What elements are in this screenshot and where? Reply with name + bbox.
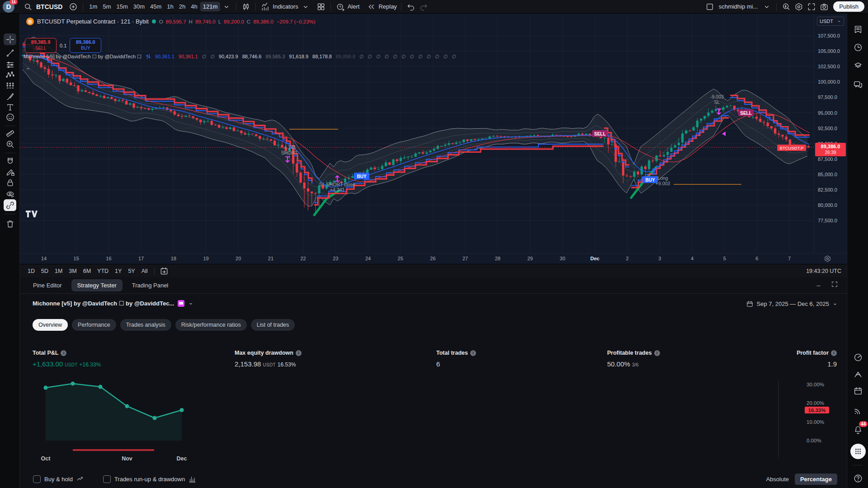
report-tab-risk-performance-ratios[interactable]: Risk/performance ratios bbox=[175, 319, 247, 331]
drawing-mode-tool[interactable] bbox=[4, 166, 16, 178]
sidebar-notifications-icon[interactable]: 44 bbox=[852, 424, 864, 436]
compare-add-icon[interactable] bbox=[67, 1, 80, 12]
interval-1m[interactable]: 1m bbox=[86, 2, 100, 11]
minimize-icon[interactable] bbox=[815, 280, 823, 290]
indicator-legend[interactable]: Michonne [v5] by @DavidTech ☐ by @Davidd… bbox=[24, 53, 456, 60]
indicator-templates-icon[interactable] bbox=[315, 1, 327, 12]
percentage-button[interactable]: Percentage bbox=[795, 474, 837, 485]
chart-style-icon[interactable] bbox=[240, 1, 252, 12]
forecast-tool[interactable] bbox=[4, 80, 16, 91]
sidebar-apps-icon[interactable] bbox=[850, 444, 866, 459]
sync-drawings-tool[interactable] bbox=[4, 199, 16, 211]
time-axis[interactable]: 1415161718192021222324252627282930Dec234… bbox=[20, 253, 847, 264]
interval-chevron-icon[interactable] bbox=[220, 1, 233, 12]
hide-drawings-tool[interactable] bbox=[4, 188, 16, 200]
info-icon[interactable]: i bbox=[470, 350, 476, 356]
info-icon[interactable]: i bbox=[296, 350, 302, 356]
date-range-selector[interactable]: Sep 7, 2025 — Dec 6, 2025 bbox=[746, 300, 838, 308]
range-All[interactable]: All bbox=[138, 267, 151, 276]
remove-drawings-tool[interactable] bbox=[4, 218, 16, 230]
quick-search-icon[interactable] bbox=[780, 1, 793, 12]
interval-5m[interactable]: 5m bbox=[100, 2, 113, 11]
zoom-in-tool[interactable] bbox=[4, 138, 16, 150]
trend-line-tool[interactable] bbox=[4, 47, 16, 59]
fullscreen-icon[interactable] bbox=[805, 1, 818, 12]
pattern-tool[interactable] bbox=[4, 69, 16, 80]
utc-clock[interactable]: 19:43:20 UTC bbox=[806, 268, 841, 274]
sidebar-watchlist-icon[interactable] bbox=[852, 23, 864, 35]
strategy-calendar-icon bbox=[178, 300, 184, 307]
undo-icon[interactable] bbox=[405, 1, 417, 12]
tab-strategy-tester[interactable]: Strategy Tester bbox=[71, 279, 123, 291]
axis-settings-gear-icon[interactable] bbox=[824, 255, 831, 263]
tab-pine-editor[interactable]: Pine Editor bbox=[27, 279, 68, 291]
brush-tool[interactable] bbox=[4, 90, 16, 102]
price-axis[interactable]: USDT 107,500.0105,000.0102,500.0100,000.… bbox=[814, 14, 847, 253]
indicator-value: ∅ bbox=[452, 54, 456, 60]
range-5Y[interactable]: 5Y bbox=[125, 267, 138, 276]
report-tab-trades-analysis[interactable]: Trades analysis bbox=[120, 319, 171, 331]
sidebar-ideas-icon[interactable] bbox=[852, 352, 864, 363]
range-3M[interactable]: 3M bbox=[66, 267, 80, 276]
symbol-legend[interactable]: B BTCUSDT Perpetual Contract · 121 · Byb… bbox=[26, 18, 316, 25]
report-tab-performance[interactable]: Performance bbox=[72, 319, 116, 331]
sidebar-news-icon[interactable] bbox=[852, 405, 864, 417]
interval-2h[interactable]: 2h bbox=[176, 2, 188, 11]
interval-1h[interactable]: 1h bbox=[164, 2, 176, 11]
report-tab-overview[interactable]: Overview bbox=[33, 319, 68, 331]
runup-drawdown-toggle[interactable]: Trades run-up & drawdown bbox=[103, 475, 196, 483]
interval-45m[interactable]: 45m bbox=[147, 2, 164, 11]
info-icon[interactable]: i bbox=[61, 350, 66, 356]
user-avatar[interactable]: D 11 bbox=[3, 1, 14, 13]
replay-button[interactable]: Replay bbox=[365, 1, 397, 12]
buy-hold-checkbox[interactable] bbox=[33, 475, 41, 483]
absolute-button[interactable]: Absolute bbox=[766, 476, 789, 483]
sell-button[interactable]: 89,385.9 SELL bbox=[25, 38, 57, 53]
range-5D[interactable]: 5D bbox=[38, 267, 52, 276]
settings-gear-icon[interactable] bbox=[793, 1, 805, 12]
order-quantity[interactable]: 0.1 bbox=[60, 43, 66, 48]
sidebar-alerts-icon[interactable] bbox=[852, 42, 864, 53]
measure-tool[interactable] bbox=[4, 127, 16, 139]
range-YTD[interactable]: YTD bbox=[94, 267, 112, 276]
interval-selected[interactable]: 121m bbox=[200, 2, 221, 11]
publish-button[interactable]: Publish bbox=[833, 1, 864, 12]
sidebar-object-tree-icon[interactable] bbox=[852, 60, 864, 71]
runup-checkbox[interactable] bbox=[103, 475, 111, 483]
lock-drawings-tool[interactable] bbox=[4, 177, 16, 188]
sidebar-chat-icon[interactable] bbox=[852, 79, 864, 90]
goto-date-icon[interactable] bbox=[158, 266, 170, 277]
interval-30m[interactable]: 30m bbox=[131, 2, 147, 11]
price-chart[interactable]: -4.241SHORTSL SHORT close+4.241BUYBUYSEL… bbox=[20, 14, 814, 253]
range-1D[interactable]: 1D bbox=[24, 267, 38, 276]
legend-collapse-icon[interactable] bbox=[25, 65, 31, 73]
interval-4h[interactable]: 4h bbox=[188, 2, 200, 11]
report-tab-list-of-trades[interactable]: List of trades bbox=[251, 319, 295, 331]
strategy-title-button[interactable]: Michonne [v5] by @DavidTech ☐ by @Davidd… bbox=[33, 300, 193, 307]
range-6M[interactable]: 6M bbox=[80, 267, 94, 276]
crosshair-tool[interactable] bbox=[4, 33, 16, 45]
expand-icon[interactable] bbox=[830, 280, 839, 290]
layout-menu[interactable]: schmidhip mi... bbox=[703, 1, 774, 12]
buy-hold-toggle[interactable]: Buy & hold bbox=[33, 475, 84, 483]
currency-selector[interactable]: USDT bbox=[817, 17, 844, 26]
sidebar-calendar-icon[interactable] bbox=[852, 385, 864, 397]
redo-icon[interactable] bbox=[417, 1, 430, 12]
snapshot-camera-icon[interactable] bbox=[818, 1, 830, 12]
emoji-tool[interactable] bbox=[4, 111, 16, 123]
range-1M[interactable]: 1M bbox=[52, 267, 66, 276]
equity-curve-chart[interactable]: OctNovDec30.00%20.00%10.00%0.00%16.33% bbox=[20, 371, 847, 470]
svg-text:SELL: SELL bbox=[594, 131, 606, 136]
tab-trading-panel[interactable]: Trading Panel bbox=[126, 279, 174, 291]
sidebar-minds-icon[interactable] bbox=[852, 369, 864, 380]
range-1Y[interactable]: 1Y bbox=[112, 267, 125, 276]
buy-button[interactable]: 89,386.0 BUY bbox=[70, 38, 101, 53]
info-icon[interactable]: i bbox=[831, 350, 837, 356]
info-icon[interactable]: i bbox=[654, 350, 660, 356]
alert-button[interactable]: Alert bbox=[334, 1, 361, 12]
indicators-button[interactable]: Indicators bbox=[259, 1, 311, 12]
tradingview-logo[interactable] bbox=[26, 211, 38, 219]
sidebar-help-icon[interactable] bbox=[852, 473, 864, 484]
symbol-search[interactable]: BTCUSD bbox=[22, 1, 62, 12]
interval-15m[interactable]: 15m bbox=[113, 2, 130, 11]
